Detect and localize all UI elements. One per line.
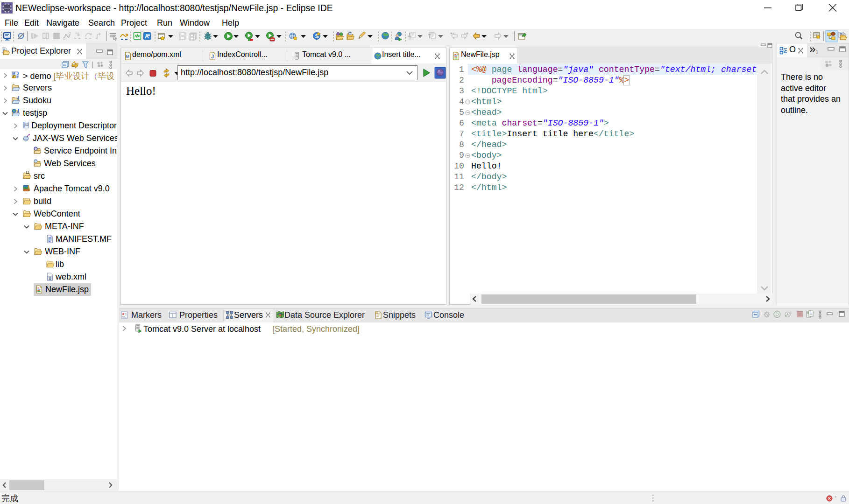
svg-text:A: A bbox=[145, 33, 149, 40]
svg-text:M: M bbox=[126, 54, 130, 59]
svg-text:1: 1 bbox=[816, 49, 819, 55]
svg-text:J: J bbox=[211, 54, 214, 59]
